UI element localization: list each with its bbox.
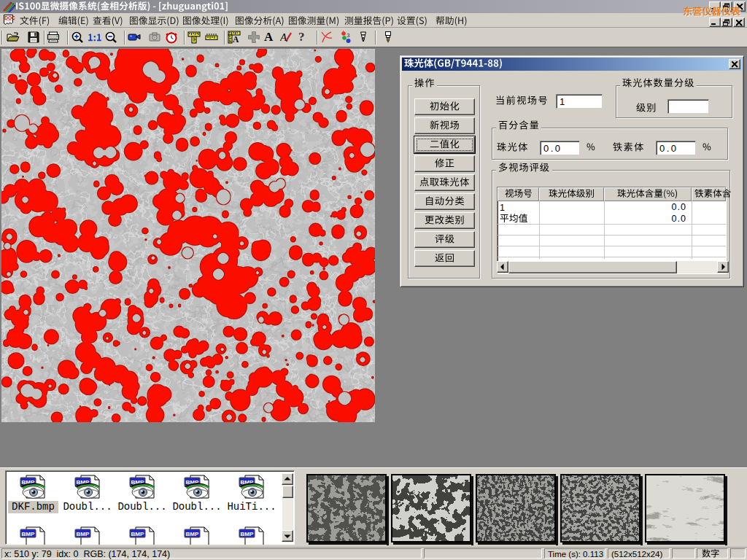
- svg-text:BMP: BMP: [77, 531, 90, 537]
- svg-text:DOC: DOC: [4, 15, 15, 20]
- svg-text:BMP: BMP: [241, 531, 254, 537]
- svg-text:BMP: BMP: [131, 531, 144, 537]
- svg-text:BMP: BMP: [186, 531, 199, 537]
- svg-text:A: A: [233, 35, 239, 44]
- svg-text:BMP: BMP: [22, 531, 35, 537]
- svg-text:3: 3: [347, 33, 350, 38]
